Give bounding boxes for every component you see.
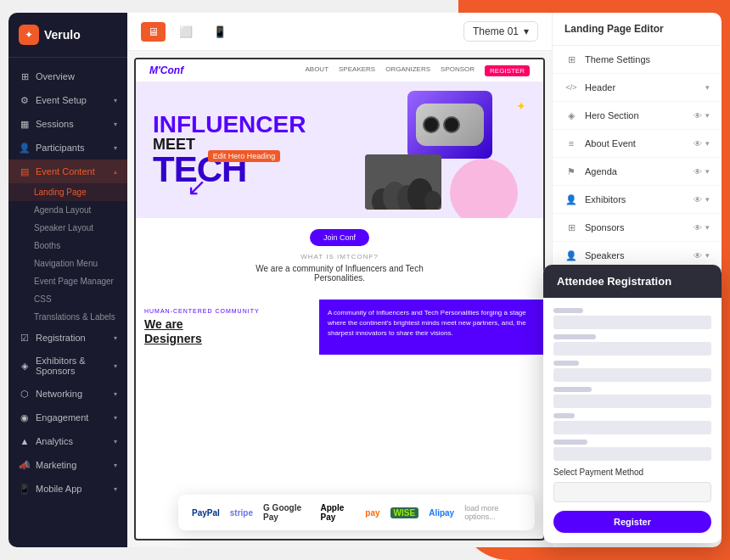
mobile-device-button[interactable]: 📱 — [206, 22, 233, 42]
register-button[interactable]: Register — [553, 511, 711, 533]
field-input-bar[interactable] — [553, 395, 711, 408]
event-content-submenu: Landing Page Agenda Layout Speaker Layou… — [8, 183, 127, 326]
sidebar: ✦ Verulo ⊞ Overview ⚙ Event Setup ▾ ▦ — [8, 13, 127, 547]
field-input-bar[interactable] — [553, 447, 711, 461]
community-right-panel: A community of Influencers and Tech Pers… — [319, 300, 543, 355]
sidebar-item-navigation-menu[interactable]: Navigation Menu — [8, 255, 127, 272]
community-description: We are a community of Influencers and Te… — [246, 264, 433, 283]
sidebar-logo: ✦ Verulo — [8, 13, 127, 58]
modal-body: Select Payment Method Register — [543, 298, 722, 543]
sponsors-chevron-icon: ▾ — [705, 223, 710, 232]
agenda-chevron-icon: ▾ — [705, 167, 710, 176]
sessions-icon: ▦ — [19, 118, 31, 130]
theme-select[interactable]: Theme 01 ▾ — [463, 21, 538, 42]
chevron-down-icon: ▾ — [114, 97, 117, 104]
sidebar-item-css[interactable]: CSS — [8, 290, 127, 308]
field-input-bar[interactable] — [553, 421, 711, 434]
logo-text: Verulo — [44, 28, 81, 42]
canvas-community-section: HUMAN-CENTERED COMMUNITY We are Designer… — [136, 300, 543, 355]
exhibitors-panel-icon: 👤 — [564, 193, 578, 206]
chevron-down-icon: ▾ — [114, 462, 117, 469]
sidebar-item-landing-page[interactable]: Landing Page — [8, 183, 127, 201]
chevron-down-icon: ▾ — [114, 485, 117, 493]
canvas-nav-sponsor: SPONSOR — [441, 65, 474, 76]
sidebar-item-registration[interactable]: ☑ Registration ▾ — [8, 326, 127, 350]
canvas-join-section: Join Conf WHAT IS IMTCONF? We are a comm… — [136, 218, 543, 293]
community-right-text: A community of Influencers and Tech Pers… — [328, 308, 535, 339]
hero-edit-badge[interactable]: Edit Hero Heading — [208, 150, 281, 162]
editor-toolbar: 🖥 ⬜ 📱 Theme 01 ▾ — [127, 13, 552, 51]
load-more-options[interactable]: load more options... — [464, 504, 521, 521]
theme-settings-label: Theme Settings — [585, 54, 650, 64]
sidebar-item-booths[interactable]: Booths — [8, 237, 127, 255]
panel-item-about-event[interactable]: ≡ About Event 👁 ▾ — [553, 130, 722, 158]
sidebar-item-event-page-manager[interactable]: Event Page Manager — [8, 272, 127, 290]
theme-settings-icon: ⊞ — [564, 53, 578, 66]
field-input-bar[interactable] — [553, 316, 711, 329]
modal-title: Attendee Registration — [557, 275, 671, 288]
theme-select-label: Theme 01 — [473, 25, 519, 37]
panel-item-agenda[interactable]: ⚑ Agenda 👁 ▾ — [553, 158, 722, 186]
form-field-5 — [553, 413, 711, 434]
speakers-icon: 👤 — [564, 249, 578, 262]
eye-icon[interactable]: 👁 — [694, 195, 702, 204]
sidebar-item-sessions[interactable]: ▦ Sessions ▾ — [8, 112, 127, 136]
payment-section: Select Payment Method Register — [553, 468, 711, 533]
eye-icon[interactable]: 👁 — [694, 167, 702, 176]
hero-vr-image — [407, 91, 492, 159]
sidebar-item-networking[interactable]: ⬡ Networking ▾ — [8, 382, 127, 406]
overview-icon: ⊞ — [19, 70, 31, 82]
stripe-logo: stripe — [230, 508, 253, 518]
agenda-icon: ⚑ — [564, 165, 578, 178]
desktop-device-button[interactable]: 🖥 — [141, 22, 166, 42]
hero-pink-shape — [450, 159, 518, 218]
marketing-icon: 📣 — [19, 459, 31, 471]
participants-icon: 👤 — [19, 142, 31, 154]
panel-item-exhibitors[interactable]: 👤 Exhibitors 👁 ▾ — [553, 186, 722, 214]
exhibitors-icon: ◈ — [19, 360, 31, 372]
event-setup-icon: ⚙ — [19, 94, 31, 106]
apple-pay-logo: Apple Pay — [320, 503, 355, 522]
sidebar-item-agenda-layout[interactable]: Agenda Layout — [8, 201, 127, 219]
eye-icon[interactable]: 👁 — [694, 111, 702, 120]
tablet-device-button[interactable]: ⬜ — [172, 22, 199, 42]
field-label-bar — [553, 361, 579, 366]
sidebar-item-exhibitors[interactable]: ◈ Exhibitors & Sponsors ▾ — [8, 350, 127, 382]
field-input-bar[interactable] — [553, 342, 711, 356]
hero-influencer-text: INFLUENCER — [153, 113, 306, 137]
form-field-4 — [553, 387, 711, 408]
sidebar-item-event-content[interactable]: ▤ Event Content ▴ — [8, 160, 127, 183]
community-label: HUMAN-CENTERED COMMUNITY — [144, 308, 311, 314]
chevron-down-icon: ▾ — [114, 334, 117, 342]
chevron-down-icon: ▾ — [114, 438, 117, 445]
canvas-nav-register: REGISTER — [485, 65, 530, 76]
sidebar-item-mobile-app[interactable]: 📱 Mobile App ▾ — [8, 477, 127, 501]
sidebar-item-marketing[interactable]: 📣 Marketing ▾ — [8, 453, 127, 477]
payment-method-input[interactable] — [553, 482, 711, 502]
panel-item-theme-settings[interactable]: ⊞ Theme Settings — [553, 46, 722, 74]
hero-text-block: INFLUENCER MEET TECH Edit Hero Heading — [153, 113, 306, 188]
sidebar-item-analytics[interactable]: ▲ Analytics ▾ — [8, 429, 127, 453]
about-event-icon: ≡ — [564, 137, 578, 150]
paypal-logo: PayPal — [192, 508, 220, 518]
field-input-bar[interactable] — [553, 368, 711, 382]
sidebar-item-participants[interactable]: 👤 Participants ▾ — [8, 136, 127, 160]
eye-icon[interactable]: 👁 — [694, 139, 702, 148]
agenda-label: Agenda — [585, 166, 617, 176]
eye-icon[interactable]: 👁 — [694, 223, 702, 232]
form-field-1 — [553, 308, 711, 329]
sidebar-item-speaker-layout[interactable]: Speaker Layout — [8, 219, 127, 237]
sidebar-item-translations[interactable]: Translations & Labels — [8, 308, 127, 326]
modal-header: Attendee Registration — [543, 265, 722, 298]
panel-item-hero-section[interactable]: ◈ Hero Section 👁 ▾ — [553, 102, 722, 130]
sidebar-item-overview[interactable]: ⊞ Overview — [8, 64, 127, 88]
panel-item-sponsors[interactable]: ⊞ Sponsors 👁 ▾ — [553, 214, 722, 242]
field-label-bar — [553, 440, 587, 445]
attendee-registration-modal: Attendee Registration Select Pay — [543, 265, 722, 543]
sidebar-item-engagement[interactable]: ◉ Engagement ▾ — [8, 406, 127, 429]
join-conf-button[interactable]: Join Conf — [310, 229, 369, 246]
sidebar-item-event-setup[interactable]: ⚙ Event Setup ▾ — [8, 88, 127, 112]
panel-item-header[interactable]: </> Header ▾ — [553, 74, 722, 102]
eye-icon[interactable]: 👁 — [694, 251, 702, 260]
chevron-down-icon: ▾ — [114, 362, 117, 370]
